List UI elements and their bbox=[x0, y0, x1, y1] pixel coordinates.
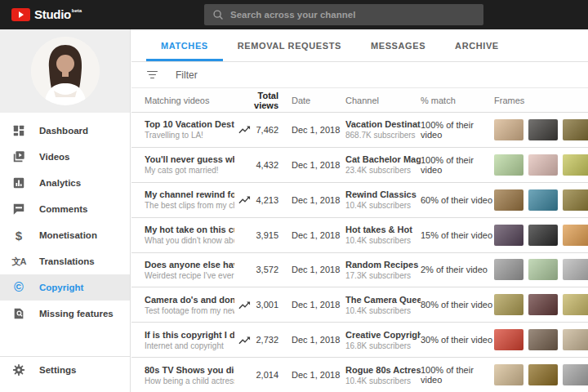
channel-name: Vacation Destinations bbox=[345, 119, 421, 129]
match-percent: 100% of their video bbox=[421, 120, 494, 140]
channel-name: Random Recipes bbox=[345, 260, 421, 270]
table-row[interactable]: If is this copyright I don't want to … I… bbox=[131, 323, 588, 358]
date-value: Dec 1, 2018 bbox=[292, 335, 345, 345]
frame-thumbnail bbox=[563, 189, 588, 211]
frame-thumbnail bbox=[563, 364, 588, 385]
search-placeholder: Search across your channel bbox=[230, 10, 355, 20]
sidebar-menu: Dashboard Videos Analytics bbox=[0, 113, 130, 327]
frame-thumbnail bbox=[528, 259, 558, 280]
sidebar-item-copyright[interactable]: © Copyright bbox=[0, 274, 130, 301]
sidebar-item-dashboard[interactable]: Dashboard bbox=[0, 118, 130, 144]
sidebar-item-comments[interactable]: Comments bbox=[0, 196, 130, 222]
youtube-studio-logo[interactable]: Studio beta bbox=[11, 7, 82, 23]
sidebar-item-label: Missing features bbox=[39, 309, 114, 318]
filter-icon[interactable] bbox=[146, 71, 158, 79]
table-row[interactable]: My hot take on this current socia… What … bbox=[131, 218, 588, 253]
match-percent: 30% of their video bbox=[421, 335, 494, 345]
header-match[interactable]: % match bbox=[421, 96, 494, 105]
sidebar-item-settings[interactable]: Settings bbox=[0, 357, 130, 383]
video-title: My hot take on this current socia… bbox=[145, 225, 234, 234]
frame-thumbnail bbox=[494, 154, 523, 176]
search-input[interactable]: Search across your channel bbox=[204, 4, 483, 25]
frame-thumbnail bbox=[494, 259, 523, 280]
date-value: Dec 1, 2018 bbox=[292, 300, 345, 310]
tab-matches[interactable]: MATCHES bbox=[146, 29, 223, 61]
frame-thumbnail bbox=[528, 189, 558, 211]
channel-subscribers: 10.4K subscribers bbox=[345, 376, 421, 385]
table-body: Top 10 Vacation Destinations Travelling … bbox=[131, 113, 588, 392]
table-header: Matching videos Total views Date Channel… bbox=[131, 88, 588, 113]
frame-thumbnail bbox=[563, 294, 588, 315]
frames-strip bbox=[494, 154, 588, 176]
comments-icon bbox=[11, 202, 26, 216]
avatar-section bbox=[0, 29, 130, 113]
table-row[interactable]: You'll never guess what happen… My cats … bbox=[131, 148, 588, 183]
header-total-views[interactable]: Total views bbox=[234, 91, 278, 110]
sidebar-item-videos[interactable]: Videos bbox=[0, 144, 130, 170]
table-row[interactable]: 80s TV Shows you didn't know w… How bein… bbox=[131, 358, 588, 392]
table-row[interactable]: Top 10 Vacation Destinations Travelling … bbox=[131, 113, 588, 148]
total-views-value: 2,014 bbox=[254, 370, 278, 380]
frame-thumbnail bbox=[494, 119, 523, 140]
missing-features-icon bbox=[11, 306, 26, 321]
avatar[interactable] bbox=[31, 37, 100, 105]
videos-icon bbox=[11, 149, 26, 164]
tab-bar: MATCHES REMOVAL REQUESTS MESSAGES ARCHIV… bbox=[131, 29, 588, 62]
total-views-value: 7,462 bbox=[254, 125, 278, 135]
frame-thumbnail bbox=[563, 259, 588, 280]
search-icon bbox=[212, 9, 224, 20]
date-value: Dec 1, 2018 bbox=[292, 125, 345, 135]
filter-label[interactable]: Filter bbox=[176, 69, 198, 81]
frame-thumbnail bbox=[528, 329, 558, 350]
match-percent: 80% of their video bbox=[421, 300, 494, 310]
date-value: Dec 1, 2018 bbox=[292, 230, 345, 240]
header-frames[interactable]: Frames bbox=[494, 96, 588, 105]
match-percent: 15% of their video bbox=[421, 230, 494, 240]
date-value: Dec 1, 2018 bbox=[292, 265, 345, 274]
sidebar-item-missing-features[interactable]: Missing features bbox=[0, 301, 130, 327]
table-row[interactable]: My channel rewind for the year The best … bbox=[131, 183, 588, 218]
video-title: If is this copyright I don't want to … bbox=[145, 330, 234, 340]
tab-archive[interactable]: ARCHIVE bbox=[440, 29, 514, 61]
date-value: Dec 1, 2018 bbox=[292, 195, 345, 205]
header-channel[interactable]: Channel bbox=[345, 96, 421, 105]
video-title: You'll never guess what happen… bbox=[145, 154, 234, 164]
frames-strip bbox=[494, 189, 588, 211]
channel-subscribers: 10.4K subscribers bbox=[345, 201, 421, 210]
total-views-value: 3,572 bbox=[254, 265, 278, 274]
sidebar-item-label: Settings bbox=[39, 365, 76, 375]
date-value: Dec 1, 2018 bbox=[292, 160, 345, 170]
video-subtitle: Internet and copyright bbox=[145, 341, 234, 350]
sidebar-item-analytics[interactable]: Analytics bbox=[0, 170, 130, 196]
sidebar-item-monetisation[interactable]: $ Monetisation bbox=[0, 222, 130, 248]
header-matching-videos[interactable]: Matching videos bbox=[131, 96, 234, 105]
sidebar-item-label: Copyright bbox=[39, 283, 83, 292]
channel-subscribers: 17.3K subscribers bbox=[345, 271, 421, 280]
video-title: Does anyone else have these wei… bbox=[145, 260, 234, 270]
tab-removal-requests[interactable]: REMOVAL REQUESTS bbox=[223, 29, 356, 61]
trending-up-icon bbox=[238, 300, 251, 310]
sidebar: Dashboard Videos Analytics bbox=[0, 29, 131, 392]
video-subtitle: What you didn't know about this co… bbox=[145, 236, 234, 245]
frame-thumbnail bbox=[494, 225, 523, 246]
table-row[interactable]: Does anyone else have these wei… Weirdes… bbox=[131, 253, 588, 288]
header-date[interactable]: Date bbox=[292, 96, 345, 105]
youtube-play-icon bbox=[11, 8, 30, 21]
sidebar-item-label: Analytics bbox=[39, 178, 81, 188]
frames-strip bbox=[494, 225, 588, 246]
trending-up-icon bbox=[238, 335, 251, 345]
sidebar-item-label: Translations bbox=[39, 256, 95, 266]
logo-beta-badge: beta bbox=[72, 8, 82, 13]
frames-strip bbox=[494, 294, 588, 315]
frame-thumbnail bbox=[563, 225, 588, 246]
match-percent: 100% of their video bbox=[421, 365, 494, 385]
channel-name: Hot takes & Hot bbox=[345, 225, 421, 234]
tab-messages[interactable]: MESSAGES bbox=[356, 29, 440, 61]
video-subtitle: Test footage from my new camera bbox=[145, 306, 234, 315]
table-row[interactable]: Camera do's and don'ts Test footage from… bbox=[131, 287, 588, 323]
sidebar-item-translations[interactable]: 文A Translations bbox=[0, 248, 130, 274]
video-title: Camera do's and don'ts bbox=[145, 295, 234, 305]
frames-strip bbox=[494, 259, 588, 280]
frame-thumbnail bbox=[528, 225, 558, 246]
video-subtitle: The best clips from my channel s… bbox=[145, 201, 234, 210]
